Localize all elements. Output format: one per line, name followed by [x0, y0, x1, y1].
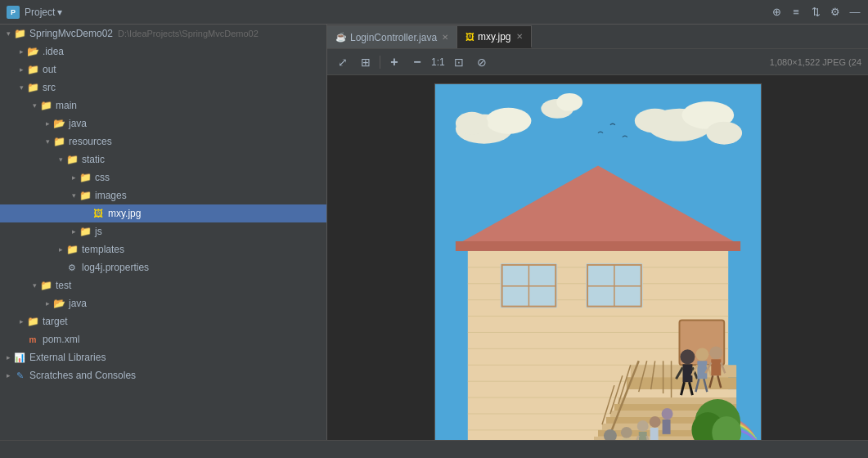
svg-point-2	[485, 108, 531, 134]
tree-item-mxy[interactable]: 🖼 mxy.jpg	[0, 204, 326, 222]
fit-btn[interactable]: ⊡	[450, 53, 468, 71]
svg-rect-11	[455, 241, 740, 251]
toolbar-sep-1	[380, 56, 380, 69]
test-java-arrow	[43, 299, 52, 308]
js-name: js	[95, 226, 102, 237]
tree-item-root[interactable]: 📁 SpringMvcDemo02 D:\IdeaProjects\Spring…	[0, 25, 326, 43]
title-bar-icons: ⊕ ≡ ⇅ ⚙ —	[770, 6, 861, 19]
zoom-in-btn[interactable]: +	[385, 53, 403, 71]
tab-login-close[interactable]: ✕	[442, 33, 448, 42]
images-name: images	[95, 190, 127, 201]
scratches-icon: ✎	[13, 369, 26, 382]
tree-item-test-java[interactable]: 📂 java	[0, 294, 326, 312]
css-arrow	[69, 173, 79, 182]
image-canvas[interactable]: ★ ✦ ♥	[327, 75, 868, 440]
test-folder-icon: 📁	[39, 279, 52, 292]
svg-point-118	[661, 408, 672, 420]
file-tree: 📁 SpringMvcDemo02 D:\IdeaProjects\Spring…	[0, 25, 326, 440]
project-label: Project	[25, 7, 55, 18]
tab-login-controller[interactable]: ☕ LoginController.java ✕	[327, 25, 457, 48]
root-folder-icon: 📁	[13, 27, 26, 40]
js-folder-icon: 📁	[79, 225, 92, 238]
idea-name: .idea	[43, 46, 64, 57]
svg-point-81	[620, 427, 632, 438]
tree-item-java[interactable]: 📂 java	[0, 114, 326, 132]
tree-item-js[interactable]: 📁 js	[0, 222, 326, 240]
svg-rect-94	[682, 364, 692, 382]
title-bar: P Project ▾ ⊕ ≡ ⇅ ⚙ —	[0, 0, 868, 25]
dropdown-arrow: ▾	[57, 7, 62, 18]
ext-lib-arrow	[3, 352, 13, 362]
tree-item-scratches[interactable]: ✎ Scratches and Consoles	[0, 366, 326, 384]
test-arrow	[29, 281, 39, 290]
tree-item-out[interactable]: 📁 out	[0, 61, 326, 79]
resources-name: resources	[69, 136, 112, 147]
svg-point-87	[636, 420, 648, 432]
target-arrow	[16, 317, 26, 326]
images-arrow	[69, 191, 79, 200]
tree-item-target[interactable]: 📁 target	[0, 312, 326, 330]
target-folder-icon: 📁	[26, 315, 39, 328]
tab-mxy-jpg[interactable]: 🖼 mxy.jpg ✕	[457, 25, 531, 48]
idea-folder-icon: 📂	[26, 45, 39, 58]
src-arrow	[16, 83, 26, 92]
pom-file-icon: m	[26, 333, 39, 346]
root-path: D:\IdeaProjects\SpringMvcDemo02	[118, 29, 259, 38]
settings-icon[interactable]: ⚙	[829, 6, 842, 19]
tree-item-images[interactable]: 📁 images	[0, 186, 326, 204]
grid-btn[interactable]: ⊞	[357, 53, 375, 71]
idea-arrow	[16, 47, 26, 56]
image-info: 1,080×1,522 JPEG (24	[770, 57, 861, 67]
templates-folder-icon: 📁	[65, 243, 79, 256]
out-folder-icon: 📁	[26, 63, 39, 76]
resources-arrow	[43, 137, 52, 146]
js-arrow	[69, 227, 79, 236]
tree-item-templates[interactable]: 📁 templates	[0, 240, 326, 258]
main-area: 📁 SpringMvcDemo02 D:\IdeaProjects\Spring…	[0, 25, 868, 440]
out-arrow	[16, 65, 26, 74]
log4j-file-icon: ⚙	[65, 261, 79, 274]
color-btn[interactable]: ⊘	[473, 53, 491, 71]
tree-item-ext-lib[interactable]: 📊 External Libraries	[0, 348, 326, 366]
tree-item-css[interactable]: 📁 css	[0, 168, 326, 186]
project-dropdown[interactable]: Project ▾	[25, 7, 62, 18]
anime-image: ★ ✦ ♥	[434, 83, 762, 440]
tab-mxy-close[interactable]: ✕	[516, 32, 523, 41]
tab-img-icon: 🖼	[465, 32, 474, 42]
static-arrow	[56, 155, 65, 164]
tree-item-static[interactable]: 📁 static	[0, 150, 326, 168]
java-folder-icon: 📂	[52, 117, 65, 130]
tree-item-idea[interactable]: 📂 .idea	[0, 43, 326, 61]
src-name: src	[43, 82, 56, 93]
add-content-icon[interactable]: ⊕	[770, 6, 783, 19]
svg-rect-119	[662, 420, 670, 434]
templates-arrow	[56, 245, 65, 254]
svg-point-116	[649, 416, 660, 428]
expand-btn[interactable]: ⤢	[334, 53, 352, 71]
resources-folder-icon: 📁	[52, 135, 65, 148]
main-arrow	[29, 101, 39, 110]
mxy-name: mxy.jpg	[108, 208, 141, 219]
svg-point-9	[556, 93, 582, 111]
minimize-icon[interactable]: —	[848, 6, 861, 19]
tree-item-resources[interactable]: 📁 resources	[0, 132, 326, 150]
svg-rect-88	[638, 432, 646, 440]
tree-item-src[interactable]: 📁 src	[0, 79, 326, 97]
svg-point-7	[706, 122, 742, 145]
scratches-name: Scratches and Consoles	[29, 370, 136, 381]
java-name: java	[69, 118, 87, 129]
java-arrow	[43, 119, 52, 128]
tree-item-test[interactable]: 📁 test	[0, 276, 326, 294]
tree-item-log4j[interactable]: ⚙ log4j.properties	[0, 258, 326, 276]
ext-lib-name: External Libraries	[29, 352, 106, 363]
tree-item-pom[interactable]: m pom.xml	[0, 330, 326, 348]
tab-mxy-label: mxy.jpg	[478, 31, 510, 43]
root-name: SpringMvcDemo02	[29, 28, 113, 39]
title-bar-left: P Project ▾	[7, 6, 62, 19]
sort-icon[interactable]: ⇅	[809, 6, 822, 19]
collapse-all-icon[interactable]: ≡	[789, 6, 803, 19]
zoom-out-btn[interactable]: −	[408, 53, 426, 71]
tree-item-main[interactable]: 📁 main	[0, 97, 326, 114]
svg-point-6	[634, 109, 675, 133]
zoom-level[interactable]: 1:1	[431, 56, 445, 68]
